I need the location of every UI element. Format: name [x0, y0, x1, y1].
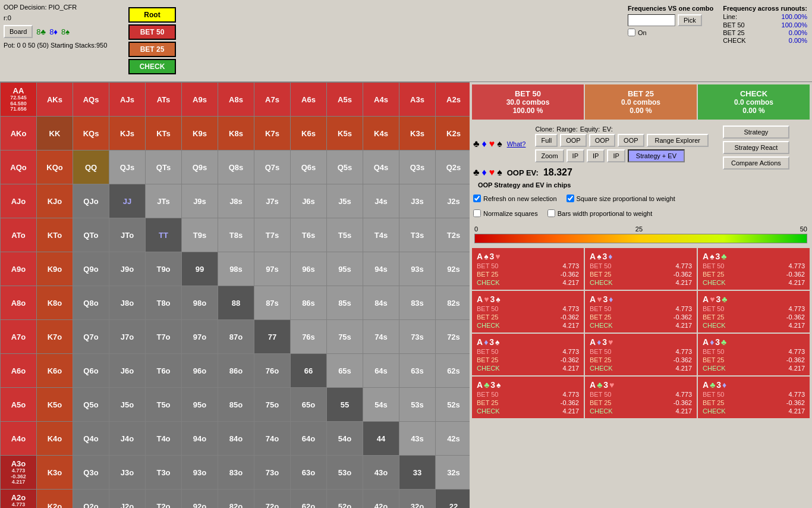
matrix-cell-a4s[interactable]: A4s	[363, 83, 399, 116]
matrix-cell-k2s[interactable]: K2s	[436, 117, 470, 150]
matrix-cell-aqs[interactable]: AQs	[73, 83, 109, 116]
matrix-cell-j8s[interactable]: J8s	[218, 184, 254, 218]
matrix-cell-33[interactable]: 33	[399, 456, 435, 489]
matrix-cell-j3o[interactable]: J3o	[109, 456, 145, 489]
matrix-cell-j8o[interactable]: J8o	[109, 286, 145, 319]
matrix-cell-t3s[interactable]: T3s	[399, 218, 435, 252]
matrix-cell-a7s[interactable]: A7s	[254, 83, 290, 116]
matrix-cell-q5o[interactable]: Q5o	[73, 388, 109, 421]
matrix-cell-q9s[interactable]: Q9s	[182, 150, 218, 184]
matrix-cell-aks[interactable]: AKs	[37, 83, 73, 116]
pick-button[interactable]: Pick	[678, 14, 702, 26]
strategy-button[interactable]: Strategy	[723, 126, 789, 139]
matrix-cell-k5s[interactable]: K5s	[327, 117, 363, 150]
normalize-checkbox[interactable]	[473, 209, 481, 217]
matrix-cell-j7o[interactable]: J7o	[109, 320, 145, 353]
hand-card-0[interactable]: A♠3♥BET 504.773BET 25-0.362CHECK4.217	[472, 248, 584, 290]
matrix-cell-64o[interactable]: 64o	[291, 422, 326, 455]
matrix-cell-a8o[interactable]: A8o	[1, 286, 36, 319]
matrix-cell-64s[interactable]: 64s	[363, 354, 399, 387]
matrix-cell-66[interactable]: 66	[291, 354, 326, 387]
matrix-cell-a6o[interactable]: A6o	[1, 354, 36, 387]
matrix-cell-87s[interactable]: 87s	[254, 286, 290, 319]
matrix-cell-53s[interactable]: 53s	[399, 388, 435, 421]
matrix-cell-t6s[interactable]: T6s	[291, 218, 326, 252]
matrix-cell-j5o[interactable]: J5o	[109, 388, 145, 421]
matrix-cell-k6s[interactable]: K6s	[291, 117, 326, 150]
matrix-cell-j4o[interactable]: J4o	[109, 422, 145, 455]
matrix-cell-aa[interactable]: AA72.545 64.580 71.656	[1, 83, 36, 116]
hand-card-4[interactable]: A♥3♦BET 504.773BET 25-0.362CHECK4.217	[585, 291, 697, 333]
matrix-cell-98o[interactable]: 98o	[182, 286, 218, 319]
matrix-cell-q9o[interactable]: Q9o	[73, 252, 109, 286]
ip-button3[interactable]: IP	[607, 149, 625, 162]
matrix-cell-76s[interactable]: 76s	[291, 320, 326, 353]
matrix-cell-kqo[interactable]: KQo	[37, 150, 73, 184]
board-button[interactable]: Board	[4, 25, 33, 38]
matrix-cell-65s[interactable]: 65s	[327, 354, 363, 387]
matrix-cell-93o[interactable]: 93o	[182, 456, 218, 489]
matrix-cell-32o[interactable]: 32o	[399, 490, 435, 508]
matrix-cell-82o[interactable]: 82o	[218, 490, 254, 508]
matrix-cell-98s[interactable]: 98s	[218, 252, 254, 286]
matrix-cell-44[interactable]: 44	[363, 422, 399, 455]
matrix-cell-k7o[interactable]: K7o	[37, 320, 73, 353]
matrix-cell-qjo[interactable]: QJo	[73, 184, 109, 218]
matrix-cell-75o[interactable]: 75o	[254, 388, 290, 421]
bet50-button[interactable]: BET 50	[128, 24, 176, 40]
matrix-cell-86s[interactable]: 86s	[291, 286, 326, 319]
bars-width-checkbox[interactable]	[547, 209, 555, 217]
matrix-cell-jto[interactable]: JTo	[109, 218, 145, 252]
matrix-cell-43s[interactable]: 43s	[399, 422, 435, 455]
matrix-cell-q8s[interactable]: Q8s	[218, 150, 254, 184]
matrix-cell-a7o[interactable]: A7o	[1, 320, 36, 353]
matrix-cell-42s[interactable]: 42s	[436, 422, 470, 455]
oop-button[interactable]: OOP	[560, 134, 586, 147]
hand-card-9[interactable]: A♣3♠BET 504.773BET 25-0.362CHECK4.217	[472, 377, 584, 418]
matrix-cell-t3o[interactable]: T3o	[146, 456, 181, 489]
matrix-cell-a3s[interactable]: A3s	[399, 83, 435, 116]
matrix-cell-q2s[interactable]: Q2s	[436, 150, 470, 184]
matrix-cell-k4o[interactable]: K4o	[37, 422, 73, 455]
matrix-cell-a2o[interactable]: A2o4.773 -0.362 4.217	[1, 490, 36, 508]
matrix-cell-k2o[interactable]: K2o	[37, 490, 73, 508]
hand-card-10[interactable]: A♣3♥BET 504.773BET 25-0.362CHECK4.217	[585, 377, 697, 418]
matrix-cell-j7s[interactable]: J7s	[254, 184, 290, 218]
matrix-cell-97o[interactable]: 97o	[182, 320, 218, 353]
matrix-cell-tt[interactable]: TT	[146, 218, 181, 252]
matrix-cell-k3s[interactable]: K3s	[399, 117, 435, 150]
matrix-cell-kto[interactable]: KTo	[37, 218, 73, 252]
hand-card-11[interactable]: A♣3♦BET 504.773BET 25-0.362CHECK4.217	[698, 377, 810, 418]
matrix-cell-74o[interactable]: 74o	[254, 422, 290, 455]
matrix-cell-52o[interactable]: 52o	[327, 490, 363, 508]
matrix-cell-qq[interactable]: QQ	[73, 150, 109, 184]
matrix-cell-t2o[interactable]: T2o	[146, 490, 181, 508]
matrix-cell-t4s[interactable]: T4s	[363, 218, 399, 252]
matrix-cell-63o[interactable]: 63o	[291, 456, 326, 489]
check-button[interactable]: CHECK	[128, 59, 176, 74]
matrix-cell-54o[interactable]: 54o	[327, 422, 363, 455]
matrix-cell-kjo[interactable]: KJo	[37, 184, 73, 218]
matrix-cell-kjs[interactable]: KJs	[109, 117, 145, 150]
hand-card-5[interactable]: A♥3♣BET 504.773BET 25-0.362CHECK4.217	[698, 291, 810, 333]
matrix-cell-k4s[interactable]: K4s	[363, 117, 399, 150]
ip-button1[interactable]: IP	[566, 149, 584, 162]
matrix-cell-96s[interactable]: 96s	[291, 252, 326, 286]
matrix-cell-k6o[interactable]: K6o	[37, 354, 73, 387]
matrix-cell-74s[interactable]: 74s	[363, 320, 399, 353]
matrix-cell-83o[interactable]: 83o	[218, 456, 254, 489]
oop-button2[interactable]: OOP	[589, 134, 615, 147]
matrix-cell-88[interactable]: 88	[218, 286, 254, 319]
hand-card-7[interactable]: A♦3♥BET 504.773BET 25-0.362CHECK4.217	[585, 334, 697, 375]
matrix-cell-q7s[interactable]: Q7s	[254, 150, 290, 184]
matrix-cell-q3s[interactable]: Q3s	[399, 150, 435, 184]
matrix-cell-22[interactable]: 22	[436, 490, 470, 508]
matrix-cell-qto[interactable]: QTo	[73, 218, 109, 252]
matrix-cell-t8o[interactable]: T8o	[146, 286, 181, 319]
hand-card-1[interactable]: A♠3♦BET 504.773BET 25-0.362CHECK4.217	[585, 248, 697, 290]
matrix-cell-83s[interactable]: 83s	[399, 286, 435, 319]
matrix-cell-kts[interactable]: KTs	[146, 117, 181, 150]
matrix-cell-84s[interactable]: 84s	[363, 286, 399, 319]
matrix-cell-q6s[interactable]: Q6s	[291, 150, 326, 184]
hand-card-3[interactable]: A♥3♠BET 504.773BET 25-0.362CHECK4.217	[472, 291, 584, 333]
